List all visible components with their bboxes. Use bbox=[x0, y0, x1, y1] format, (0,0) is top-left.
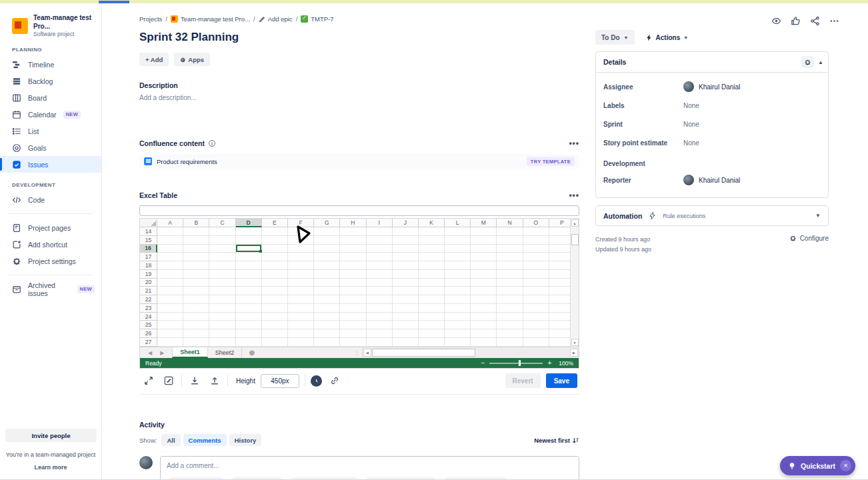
cell-M14[interactable] bbox=[471, 227, 497, 236]
cell-G27[interactable] bbox=[314, 338, 340, 347]
cell-B18[interactable] bbox=[183, 261, 209, 270]
add-sheet-button[interactable]: ⊕ bbox=[242, 347, 261, 358]
cell-F22[interactable] bbox=[288, 295, 314, 304]
cell-O14[interactable] bbox=[523, 227, 549, 236]
details-gear-icon[interactable] bbox=[801, 56, 814, 68]
cell-O21[interactable] bbox=[523, 287, 549, 295]
cell-B22[interactable] bbox=[183, 295, 209, 304]
download-icon[interactable] bbox=[187, 374, 202, 387]
cell-G15[interactable] bbox=[314, 236, 340, 245]
details-header[interactable]: Details ▲ bbox=[596, 52, 828, 73]
cell-I21[interactable] bbox=[367, 287, 393, 295]
sidebar-item-code[interactable]: Code bbox=[0, 191, 101, 208]
cell-M16[interactable] bbox=[471, 245, 497, 253]
cell-D18[interactable] bbox=[236, 261, 262, 270]
cell-G22[interactable] bbox=[314, 295, 340, 304]
cell-K26[interactable] bbox=[419, 329, 445, 338]
cell-M23[interactable] bbox=[471, 304, 497, 313]
cell-A22[interactable] bbox=[157, 295, 183, 304]
cell-I14[interactable] bbox=[367, 227, 393, 236]
cell-H22[interactable] bbox=[340, 295, 366, 304]
cell-C24[interactable] bbox=[209, 313, 235, 321]
cell-A14[interactable] bbox=[157, 227, 183, 236]
cell-G26[interactable] bbox=[314, 329, 340, 338]
column-header-M[interactable]: M bbox=[471, 219, 497, 227]
cell-J15[interactable] bbox=[393, 236, 419, 245]
cell-O25[interactable] bbox=[523, 321, 549, 329]
cell-K20[interactable] bbox=[419, 279, 445, 287]
cell-I22[interactable] bbox=[367, 295, 393, 304]
detail-value[interactable]: None bbox=[683, 121, 699, 128]
excel-more-button[interactable]: ••• bbox=[569, 191, 579, 200]
cell-H27[interactable] bbox=[340, 338, 366, 347]
row-header-19[interactable]: 19 bbox=[140, 270, 157, 279]
cell-A27[interactable] bbox=[157, 338, 183, 347]
cell-N20[interactable] bbox=[497, 279, 523, 287]
column-header-K[interactable]: K bbox=[419, 219, 445, 227]
sidebar-item-list[interactable]: List bbox=[0, 123, 101, 139]
scroll-down-button[interactable]: ▼ bbox=[571, 339, 579, 346]
filter-all[interactable]: All bbox=[161, 434, 180, 446]
cell-L21[interactable] bbox=[445, 287, 471, 295]
cell-A24[interactable] bbox=[157, 313, 183, 321]
cell-K15[interactable] bbox=[419, 236, 445, 245]
cell-H14[interactable] bbox=[340, 227, 366, 236]
detail-value[interactable]: Khairul Danial bbox=[683, 175, 740, 185]
cell-N22[interactable] bbox=[497, 295, 523, 304]
cell-K14[interactable] bbox=[419, 227, 445, 236]
cell-N21[interactable] bbox=[497, 287, 523, 295]
cell-M21[interactable] bbox=[471, 287, 497, 295]
select-all-corner[interactable] bbox=[140, 219, 157, 227]
cell-G25[interactable] bbox=[314, 321, 340, 329]
sidebar-item-project-pages[interactable]: Project pages bbox=[0, 219, 101, 236]
sort-button[interactable]: Newest first bbox=[534, 437, 579, 444]
cell-L15[interactable] bbox=[445, 236, 471, 245]
cell-K24[interactable] bbox=[419, 313, 445, 321]
sidebar-item-archived-issues[interactable]: Archived issuesNEW bbox=[0, 281, 101, 297]
cell-E14[interactable] bbox=[262, 227, 288, 236]
cell-A15[interactable] bbox=[157, 236, 183, 245]
cell-H20[interactable] bbox=[340, 279, 366, 287]
cell-F24[interactable] bbox=[288, 313, 314, 321]
vertical-scrollbar[interactable]: ▲ ▼ bbox=[570, 219, 579, 347]
expand-icon[interactable] bbox=[141, 374, 156, 387]
cell-E26[interactable] bbox=[262, 329, 288, 338]
configure-button[interactable]: Configure bbox=[789, 235, 829, 242]
sidebar-item-calendar[interactable]: CalendarNEW bbox=[0, 106, 101, 123]
cell-O27[interactable] bbox=[523, 338, 549, 347]
cell-C18[interactable] bbox=[209, 261, 235, 270]
try-template-badge[interactable]: TRY TEMPLATE bbox=[527, 157, 575, 166]
cell-H16[interactable] bbox=[340, 245, 366, 253]
cell-F19[interactable] bbox=[288, 270, 314, 279]
row-header-18[interactable]: 18 bbox=[140, 261, 157, 270]
cell-I20[interactable] bbox=[367, 279, 393, 287]
sheet-tab-sheet1[interactable]: Sheet1 bbox=[172, 347, 208, 358]
cell-K23[interactable] bbox=[419, 304, 445, 313]
cell-O19[interactable] bbox=[523, 270, 549, 279]
cell-J20[interactable] bbox=[393, 279, 419, 287]
scroll-left-button[interactable]: ◀ bbox=[363, 349, 371, 357]
cell-D20[interactable] bbox=[236, 279, 262, 287]
breadcrumb-projects[interactable]: Projects bbox=[139, 15, 162, 23]
cell-J22[interactable] bbox=[393, 295, 419, 304]
cell-L26[interactable] bbox=[445, 329, 471, 338]
cell-C16[interactable] bbox=[209, 245, 235, 253]
cell-C25[interactable] bbox=[209, 321, 235, 329]
cell-C15[interactable] bbox=[209, 236, 235, 245]
cell-L20[interactable] bbox=[445, 279, 471, 287]
cell-O15[interactable] bbox=[523, 236, 549, 245]
zoom-percent[interactable]: 100% bbox=[559, 360, 573, 367]
sidebar-item-timeline[interactable]: Timeline bbox=[0, 56, 101, 73]
cell-B15[interactable] bbox=[183, 236, 209, 245]
cell-J23[interactable] bbox=[393, 304, 419, 313]
column-header-C[interactable]: C bbox=[209, 219, 235, 227]
quickstart-close-icon[interactable]: ✕ bbox=[840, 460, 851, 471]
column-header-G[interactable]: G bbox=[314, 219, 340, 227]
confluence-more-button[interactable]: ••• bbox=[569, 139, 579, 148]
cell-J17[interactable] bbox=[393, 253, 419, 261]
height-input[interactable] bbox=[261, 374, 299, 388]
breadcrumb-add-epic[interactable]: Add epic bbox=[259, 15, 293, 23]
filter-history[interactable]: History bbox=[229, 434, 262, 446]
cell-G24[interactable] bbox=[314, 313, 340, 321]
row-header-24[interactable]: 24 bbox=[140, 313, 157, 321]
